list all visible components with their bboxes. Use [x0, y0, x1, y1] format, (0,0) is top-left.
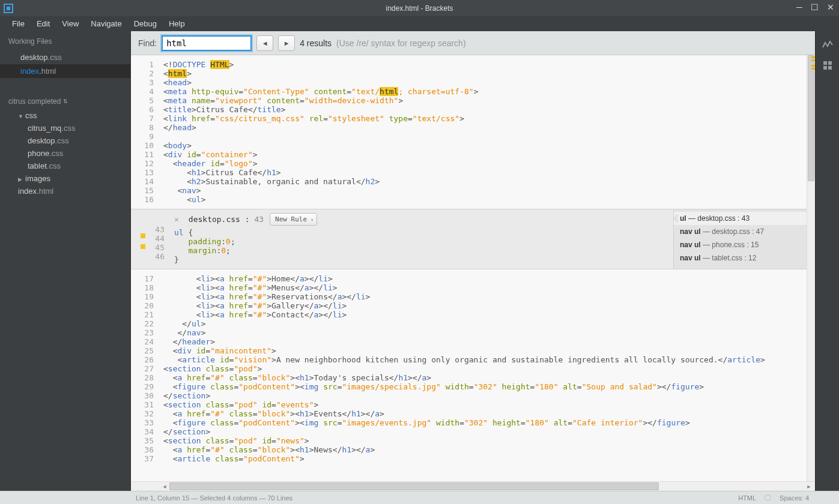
tree-file[interactable]: tablet.css [0, 160, 130, 172]
status-bar: Line 1, Column 15 — Selected 4 columns —… [0, 491, 839, 504]
inline-rule-list: ul — desktop.css : 43nav ul — desktop.cs… [673, 209, 815, 269]
scroll-left-icon[interactable]: ◄ [160, 482, 169, 491]
svg-rect-5 [828, 66, 832, 70]
find-label: Find: [138, 38, 157, 48]
inline-rule-item[interactable]: nav ul — tablet.css : 12 [674, 251, 815, 265]
working-files-header: Working Files [0, 31, 130, 50]
code-editor-bottom[interactable]: 1718192021222324252627282930313233343536… [131, 269, 815, 481]
inline-close-icon[interactable]: × [171, 215, 183, 224]
scroll-match-markers [811, 55, 815, 481]
gutter-bottom: 1718192021222324252627282930313233343536… [131, 269, 160, 481]
menu-debug[interactable]: Debug [128, 17, 163, 31]
horizontal-scrollbar[interactable]: ◄ ► [131, 481, 815, 491]
find-result-count: 4 results [300, 38, 332, 48]
status-language[interactable]: HTML [738, 494, 756, 502]
tree-file[interactable]: phone.css [0, 147, 130, 160]
gutter-top: 12345678910111213141516 [131, 55, 160, 209]
tree-file[interactable]: index.html [0, 185, 130, 197]
tree-file[interactable]: citrus_mq.css [0, 122, 130, 134]
maximize-icon[interactable]: ☐ [811, 2, 819, 12]
scrollbar-thumb[interactable] [169, 482, 659, 490]
minimize-icon[interactable]: ─ [796, 2, 802, 12]
svg-rect-2 [823, 61, 827, 65]
project-selector[interactable]: citrus completed ⇅ [0, 90, 130, 109]
tree-file[interactable]: desktop.css [0, 134, 130, 147]
inline-rule-item[interactable]: nav ul — phone.css : 15 [674, 238, 815, 251]
menu-view[interactable]: View [56, 17, 85, 31]
working-file-item[interactable]: index.html [0, 64, 130, 78]
extensions-icon[interactable] [822, 60, 833, 71]
right-rail [815, 31, 839, 491]
find-hint: (Use /re/ syntax for regexp search) [336, 38, 466, 48]
svg-rect-3 [828, 61, 832, 65]
inline-editor: 43444546 × desktop.css : 43 New Rule ul … [131, 209, 815, 269]
status-indent[interactable]: Spaces: 4 [780, 494, 809, 502]
app-logo-icon [4, 4, 13, 13]
close-icon[interactable]: ✕ [827, 2, 834, 12]
inline-rule-item[interactable]: nav ul — desktop.css : 47 [674, 225, 815, 238]
cursor-status: Line 1, Column 15 — Selected 4 columns —… [5, 494, 738, 502]
inline-rule-item[interactable]: ul — desktop.css : 43 [674, 212, 815, 225]
live-preview-icon[interactable] [822, 40, 833, 50]
tree-folder[interactable]: ▶images [0, 172, 130, 185]
find-input[interactable] [162, 35, 252, 51]
new-rule-button[interactable]: New Rule [270, 213, 317, 226]
menu-edit[interactable]: Edit [31, 17, 56, 31]
inline-match-marker [141, 244, 145, 249]
window-title: index.html - Brackets [386, 4, 453, 13]
find-prev-button[interactable]: ◄ [256, 35, 273, 51]
title-bar: index.html - Brackets ─ ☐ ✕ [0, 0, 839, 16]
inline-code[interactable]: ul { padding:0; margin:0; } [171, 228, 673, 264]
svg-rect-1 [7, 7, 10, 10]
code-editor-top[interactable]: 12345678910111213141516 <!DOCTYPE HTML> … [131, 55, 815, 209]
menu-file[interactable]: File [6, 17, 31, 31]
status-inspect-icon[interactable] [765, 494, 771, 501]
menu-navigate[interactable]: Navigate [85, 17, 127, 31]
sidebar: Working Files desktop.cssindex.html citr… [0, 31, 131, 491]
editor-pane: Find: ◄ ► 4 results (Use /re/ syntax for… [131, 31, 815, 491]
find-bar: Find: ◄ ► 4 results (Use /re/ syntax for… [131, 31, 815, 55]
working-file-item[interactable]: desktop.css [0, 50, 130, 64]
inline-match-marker [141, 233, 145, 238]
scroll-right-icon[interactable]: ► [804, 482, 814, 491]
project-name: citrus completed [8, 97, 61, 106]
inline-title: desktop.css : 43 [189, 215, 264, 224]
svg-rect-4 [823, 66, 827, 70]
inline-gutter: 43444546 [142, 209, 171, 269]
menu-bar: File Edit View Navigate Debug Help [0, 16, 839, 31]
tree-folder[interactable]: ▼css [0, 109, 130, 122]
dropdown-icon: ⇅ [63, 98, 68, 104]
find-next-button[interactable]: ► [278, 35, 295, 51]
menu-help[interactable]: Help [163, 17, 191, 31]
